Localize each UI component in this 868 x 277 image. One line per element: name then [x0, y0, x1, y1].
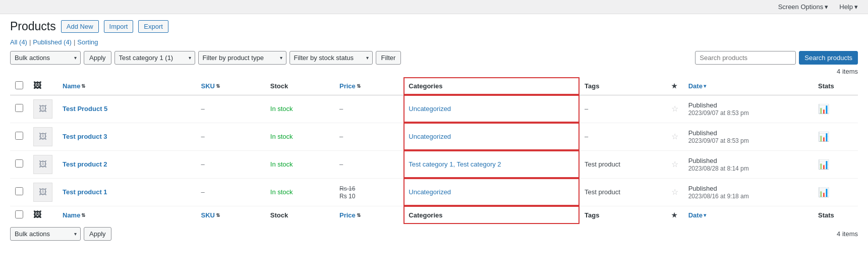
bulk-actions-select-bottom[interactable]: Bulk actions	[10, 227, 81, 241]
stats-chart-icon[interactable]: 📊	[818, 159, 829, 170]
row-stats-cell[interactable]: 📊	[813, 123, 858, 150]
header-checkbox-col	[10, 77, 28, 95]
stock-value: In stock	[270, 160, 293, 168]
footer-price-col: Price ⇅	[334, 206, 403, 224]
page-wrap: Screen Options ▾ Help ▾ Products Add New…	[0, 0, 868, 277]
footer-price-link[interactable]: Price ⇅	[339, 211, 361, 219]
footer-name-col: Name ⇅	[57, 206, 196, 224]
header-name-link[interactable]: Name ⇅	[63, 82, 85, 90]
top-toolbar: Bulk actions ▾ Apply Test category 1 (1)…	[10, 51, 858, 65]
filter-button[interactable]: Filter	[376, 51, 401, 65]
row-checkbox-3[interactable]	[15, 187, 23, 195]
row-checkbox-0[interactable]	[15, 104, 23, 112]
stock-status-filter-wrap: Filter by stock status ▾	[290, 51, 373, 65]
image-placeholder-icon: 🖼	[39, 104, 47, 114]
name-sort-icon: ⇅	[81, 83, 85, 89]
row-date-cell: Published2023/08/16 at 9:18 am	[683, 178, 813, 206]
table-row: 🖼Test product 2–In stock–Test category 1…	[10, 150, 858, 178]
stats-chart-icon[interactable]: 📊	[818, 187, 829, 197]
footer-checkbox-col	[10, 206, 28, 224]
help-label: Help	[839, 3, 853, 11]
header-price-link[interactable]: Price ⇅	[339, 82, 361, 90]
star-toggle[interactable]: ☆	[671, 188, 678, 196]
row-checkbox-2[interactable]	[15, 159, 23, 168]
footer-image-col: 🖼	[28, 206, 57, 224]
select-all-checkbox-bottom[interactable]	[15, 210, 23, 218]
header-stats-col: Stats	[813, 77, 858, 95]
row-star-cell: ☆	[666, 95, 683, 123]
header-categories-col: Categories	[403, 77, 580, 95]
footer-sku-label: SKU	[201, 211, 215, 219]
footer-sku-sort-icon: ⇅	[216, 212, 220, 218]
header-date-link[interactable]: Date ▾	[688, 82, 706, 90]
tags-value: –	[585, 105, 588, 113]
row-stats-cell[interactable]: 📊	[813, 178, 858, 206]
add-new-button[interactable]: Add New	[61, 20, 99, 33]
search-area: Search products	[695, 51, 858, 65]
row-checkbox-1[interactable]	[15, 132, 23, 140]
product-name-link[interactable]: Test product 3	[63, 133, 107, 140]
date-status: Published	[688, 129, 717, 137]
sku-value: –	[201, 160, 205, 168]
row-stats-cell[interactable]: 📊	[813, 150, 858, 178]
row-categories-cell: Uncategorized	[403, 123, 580, 150]
help-button[interactable]: Help ▾	[835, 2, 862, 12]
product-type-filter-select[interactable]: Filter by product type	[198, 51, 286, 65]
footer-categories-col: Categories	[403, 206, 580, 224]
category-filter-select[interactable]: Test category 1 (1)	[114, 51, 195, 65]
row-stats-cell[interactable]: 📊	[813, 95, 858, 123]
apply-button-top[interactable]: Apply	[84, 51, 111, 65]
search-input[interactable]	[695, 51, 796, 65]
published-link[interactable]: Published (4)	[33, 38, 72, 46]
sorting-link[interactable]: Sorting	[77, 38, 98, 46]
import-button[interactable]: Import	[104, 20, 134, 33]
screen-options-label: Screen Options	[778, 3, 824, 11]
footer-date-link[interactable]: Date ▾	[688, 211, 706, 219]
date-sort-icon: ▾	[704, 83, 706, 89]
sku-sort-icon: ⇅	[216, 83, 220, 89]
product-name-link[interactable]: Test Product 5	[63, 105, 107, 113]
products-table: 🖼 Name ⇅ SKU ⇅	[10, 77, 858, 224]
product-name-link[interactable]: Test product 2	[63, 160, 107, 168]
all-link[interactable]: All (4)	[10, 38, 27, 46]
screen-options-button[interactable]: Screen Options ▾	[774, 2, 833, 12]
bulk-actions-select[interactable]: Bulk actions	[10, 51, 81, 65]
star-toggle[interactable]: ☆	[671, 104, 678, 113]
header-price-col: Price ⇅	[334, 77, 403, 95]
footer-sku-link[interactable]: SKU ⇅	[201, 211, 220, 219]
stock-value: In stock	[270, 105, 293, 113]
search-products-button[interactable]: Search products	[799, 51, 858, 65]
select-all-checkbox-top[interactable]	[15, 81, 23, 89]
row-star-cell: ☆	[666, 123, 683, 150]
row-date-cell: Published2023/08/28 at 8:14 pm	[683, 150, 813, 178]
row-image-cell: 🖼	[28, 178, 57, 206]
sku-value: –	[201, 188, 205, 196]
row-categories-cell: Test category 1, Test category 2	[403, 150, 580, 178]
product-name-link[interactable]: Test product 1	[63, 188, 107, 196]
header-sku-link[interactable]: SKU ⇅	[201, 82, 220, 90]
date-value: 2023/09/07 at 8:53 pm	[688, 137, 749, 144]
apply-button-bottom[interactable]: Apply	[84, 227, 111, 241]
export-button[interactable]: Export	[138, 20, 168, 33]
footer-stats-col: Stats	[813, 206, 858, 224]
star-toggle[interactable]: ☆	[671, 160, 678, 169]
bulk-actions-wrap: Bulk actions ▾	[10, 51, 81, 65]
footer-tags-col: Tags	[580, 206, 666, 224]
stats-chart-icon[interactable]: 📊	[818, 104, 829, 114]
header-tags-col: Tags	[580, 77, 666, 95]
header-stock-col: Stock	[265, 77, 334, 95]
top-bar: Screen Options ▾ Help ▾	[0, 0, 868, 14]
row-price-cell: –	[334, 150, 403, 178]
row-checkbox-cell	[10, 123, 28, 150]
sep1: |	[29, 38, 31, 46]
stats-chart-icon[interactable]: 📊	[818, 132, 829, 142]
star-toggle[interactable]: ☆	[671, 132, 678, 141]
footer-date-sort-icon: ▾	[704, 212, 706, 218]
stock-status-filter-select[interactable]: Filter by stock status	[290, 51, 373, 65]
row-image-cell: 🖼	[28, 150, 57, 178]
image-placeholder-icon: 🖼	[39, 188, 47, 197]
header-image-icon: 🖼	[33, 81, 41, 90]
date-value: 2023/09/07 at 8:53 pm	[688, 109, 749, 117]
footer-categories-label: Categories	[409, 211, 442, 219]
footer-name-link[interactable]: Name ⇅	[63, 211, 85, 219]
